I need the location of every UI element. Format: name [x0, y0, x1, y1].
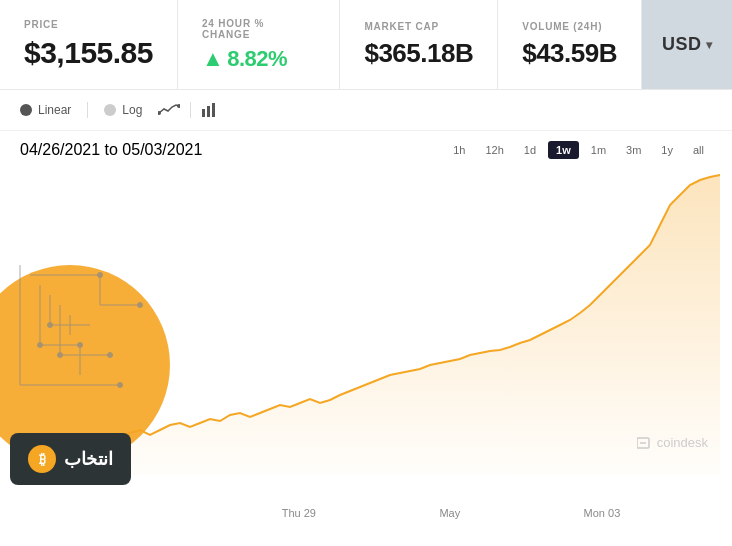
currency-caret-icon: ▾ [706, 38, 713, 52]
price-value: $3,155.85 [24, 36, 153, 70]
svg-rect-4 [212, 103, 215, 117]
time-btn-1h[interactable]: 1h [445, 141, 473, 159]
date-range-bar: 04/26/2021 to 05/03/2021 1h 12h 1d 1w 1m… [0, 131, 732, 165]
currency-selector[interactable]: USD ▾ [642, 0, 732, 89]
control-divider [87, 102, 88, 118]
linear-radio-icon [20, 104, 32, 116]
log-option[interactable]: Log [104, 103, 142, 117]
arrow-up-icon: ▲ [202, 46, 223, 72]
date-range-text: 04/26/2021 to 05/03/2021 [20, 141, 202, 159]
price-label: PRICE [24, 19, 153, 30]
currency-label: USD [662, 34, 702, 55]
chart-container: coindesk [0, 165, 732, 505]
coindesk-text: coindesk [657, 435, 708, 450]
log-label: Log [122, 103, 142, 117]
price-group: PRICE $3,155.85 [0, 0, 178, 89]
linear-label: Linear [38, 103, 71, 117]
x-label-thu29: Thu 29 [282, 507, 316, 519]
marketcap-label: MARKET CAP [364, 21, 473, 32]
x-label-mon03: Mon 03 [584, 507, 621, 519]
time-btn-12h[interactable]: 12h [478, 141, 512, 159]
time-btn-1w[interactable]: 1w [548, 141, 579, 159]
log-radio-icon [104, 104, 116, 116]
marketcap-value: $365.18B [364, 38, 473, 69]
icon-divider [190, 102, 191, 118]
x-axis-labels: Thu 29 May Mon 03 [0, 505, 732, 519]
brand-badge: ₿ انتخاب [10, 433, 131, 485]
date-to: to [105, 141, 118, 158]
coindesk-logo-icon [637, 436, 653, 450]
coindesk-watermark: coindesk [637, 435, 708, 450]
volume-value: $43.59B [522, 38, 617, 69]
time-btn-all[interactable]: all [685, 141, 712, 159]
svg-rect-3 [207, 106, 210, 117]
date-start: 04/26/2021 [20, 141, 100, 158]
x-label-may: May [439, 507, 460, 519]
date-end: 05/03/2021 [122, 141, 202, 158]
badge-bitcoin-icon: ₿ [28, 445, 56, 473]
badge-label: انتخاب [64, 448, 113, 470]
change-number: 8.82% [227, 46, 287, 72]
volume-label: VOLUME (24H) [522, 21, 617, 32]
stats-bar: PRICE $3,155.85 24 HOUR % CHANGE ▲ 8.82%… [0, 0, 732, 90]
linear-option[interactable]: Linear [20, 103, 71, 117]
volume-group: VOLUME (24H) $43.59B [498, 0, 642, 89]
chart-type-icons [158, 102, 217, 118]
time-btn-1d[interactable]: 1d [516, 141, 544, 159]
change-label: 24 HOUR % CHANGE [202, 18, 315, 40]
change-group: 24 HOUR % CHANGE ▲ 8.82% [178, 0, 340, 89]
svg-point-1 [177, 104, 180, 108]
line-chart-icon[interactable] [158, 103, 180, 117]
svg-rect-2 [202, 109, 205, 117]
change-value: ▲ 8.82% [202, 46, 315, 72]
time-btn-1m[interactable]: 1m [583, 141, 614, 159]
time-btn-3m[interactable]: 3m [618, 141, 649, 159]
bar-chart-icon[interactable] [201, 103, 217, 117]
time-buttons: 1h 12h 1d 1w 1m 3m 1y all [445, 141, 712, 159]
chart-controls: Linear Log [0, 90, 732, 131]
time-btn-1y[interactable]: 1y [653, 141, 681, 159]
marketcap-group: MARKET CAP $365.18B [340, 0, 498, 89]
